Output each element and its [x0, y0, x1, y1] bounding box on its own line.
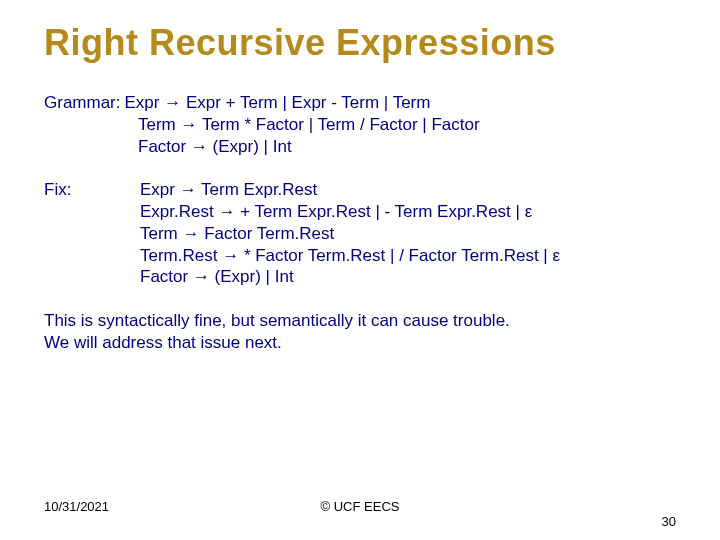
fix-block: Fix: Expr → Term Expr.Rest Expr.Rest → +… — [44, 179, 676, 288]
slide: Right Recursive Expressions Grammar:Expr… — [0, 0, 720, 540]
footer-date: 10/31/2021 — [44, 499, 109, 514]
fix-label: Fix: — [44, 179, 140, 201]
grammar-line-1: Grammar:Expr → Expr + Term | Expr - Term… — [44, 92, 676, 114]
slide-footer: 10/31/2021 © UCF EECS 30 — [0, 499, 720, 514]
slide-title: Right Recursive Expressions — [44, 22, 676, 64]
grammar-label: Grammar: — [44, 92, 121, 114]
note-block: This is syntactically fine, but semantic… — [44, 310, 676, 354]
fix-rule-3: Term → Factor Term.Rest — [140, 223, 560, 245]
fix-rule-1: Expr → Term Expr.Rest — [140, 179, 560, 201]
note-line-2: We will address that issue next. — [44, 332, 676, 354]
fix-rule-2: Expr.Rest → + Term Expr.Rest | - Term Ex… — [140, 201, 560, 223]
slide-body: Grammar:Expr → Expr + Term | Expr - Term… — [44, 92, 676, 354]
fix-rule-4: Term.Rest → * Factor Term.Rest | / Facto… — [140, 245, 560, 267]
fix-rule-5: Factor → (Expr) | Int — [140, 266, 560, 288]
fix-rules: Expr → Term Expr.Rest Expr.Rest → + Term… — [140, 179, 560, 288]
grammar-rule-2: Term → Term * Factor | Term / Factor | F… — [44, 114, 676, 136]
grammar-rule-3: Factor → (Expr) | Int — [44, 136, 676, 158]
footer-page-number: 30 — [662, 514, 676, 529]
grammar-block: Grammar:Expr → Expr + Term | Expr - Term… — [44, 92, 676, 157]
grammar-rule-1: Expr → Expr + Term | Expr - Term | Term — [125, 93, 431, 112]
note-line-1: This is syntactically fine, but semantic… — [44, 310, 676, 332]
